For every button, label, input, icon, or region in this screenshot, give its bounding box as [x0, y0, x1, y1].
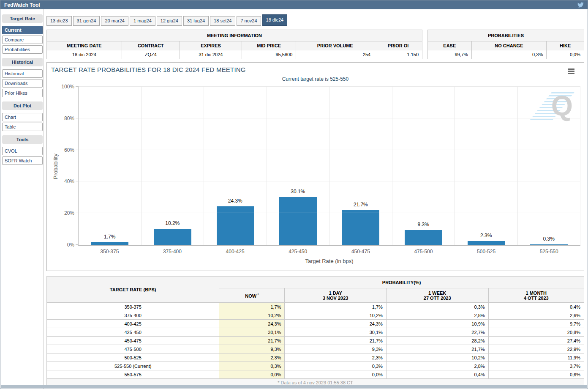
- month-probability-cell: 3,7%: [488, 362, 584, 370]
- sidebar-item-compare[interactable]: Compare: [2, 36, 43, 44]
- week-probability-cell: 10,2%: [386, 353, 488, 362]
- week-probability-cell: 0,4%: [386, 370, 488, 379]
- tab-12-giu24[interactable]: 12 giu24: [157, 16, 182, 26]
- tab-31-gen24[interactable]: 31 gen24: [73, 16, 100, 26]
- probability-group-header: PROBABILITY(%): [219, 277, 584, 288]
- sidebar-item-sofr-watch[interactable]: SOFR Watch: [2, 156, 43, 165]
- meeting-info-column-header-expires: EXPIRES: [180, 41, 242, 50]
- bottom-bar: [1, 385, 587, 388]
- rate-cell: 550-575: [47, 370, 219, 379]
- content-area: Target RateCurrentCompareProbabilitiesHi…: [0, 9, 588, 389]
- y-tick-mark: [76, 181, 79, 181]
- meeting-info-value-expires: 31 dic 2024: [180, 50, 242, 59]
- main-panel: 13 dic2331 gen2420 mar241 mag2412 giu243…: [44, 9, 588, 389]
- rate-cell: 500-525: [47, 353, 219, 362]
- week-probability-cell: 0,3%: [386, 303, 488, 311]
- y-tick-label: 40%: [64, 178, 74, 184]
- now-probability-cell: 9,3%: [219, 345, 285, 353]
- now-probability-cell: 21,7%: [219, 337, 285, 345]
- tab-18-dic24[interactable]: 18 dic24: [262, 14, 288, 26]
- now-probability-cell: 0,0%: [219, 370, 285, 379]
- now-probability-cell: 24,3%: [219, 320, 285, 328]
- tab-7-nov24[interactable]: 7 nov24: [237, 16, 261, 26]
- tab-13-dic23[interactable]: 13 dic23: [46, 16, 72, 26]
- y-tick-mark: [76, 150, 79, 150]
- now-probability-cell: 1,7%: [219, 303, 285, 311]
- x-tick-label-450-475: 450-475: [329, 249, 392, 255]
- y-tick-mark: [76, 213, 79, 213]
- info-row: MEETING INFORMATIONMEETING DATECONTRACTE…: [46, 30, 584, 59]
- now-probability-cell: 2,3%: [219, 353, 285, 362]
- twitter-icon[interactable]: [577, 2, 584, 8]
- month-probability-cell: 2,6%: [488, 311, 584, 320]
- tab-31-lug24[interactable]: 31 lug24: [183, 16, 209, 26]
- tab-1-mag24[interactable]: 1 mag24: [130, 16, 155, 26]
- column-header-line1: 1 WEEK: [387, 290, 488, 296]
- week-probability-cell: 2,8%: [386, 362, 488, 370]
- bar-350-375: [91, 242, 129, 245]
- chart-column-425-450: 30.1%: [267, 87, 330, 245]
- rate-column-header: TARGET RATE (BPS): [47, 277, 219, 303]
- column-header-line2: 4 OTT 2023: [489, 296, 584, 301]
- sidebar-item-prior-hikes[interactable]: Prior Hikes: [2, 89, 43, 97]
- now-probability-cell: 10,2%: [219, 311, 285, 320]
- bar-525-550: [530, 244, 568, 245]
- y-tick-mark: [76, 244, 79, 245]
- day-probability-cell: 0,3%: [285, 362, 386, 370]
- y-gridline: [79, 86, 580, 87]
- y-tick-mark: [76, 118, 79, 118]
- table-row-550-575: 550-5750,0%0,0%0,4%0,6%: [47, 370, 584, 379]
- meeting-info-caption: MEETING INFORMATION: [47, 30, 422, 41]
- table-row-375-400: 375-40010,2%10,2%2,8%2,6%: [47, 311, 584, 320]
- sidebar-item-downloads[interactable]: Downloads: [2, 79, 43, 88]
- y-tick-label: 60%: [64, 147, 74, 153]
- day-probability-cell: 9,3%: [285, 345, 386, 353]
- meeting-info-value-prior-oi: 1.150: [374, 50, 422, 59]
- chart-menu-icon[interactable]: [568, 68, 574, 75]
- probabilities-column-header-ease: EASE: [428, 41, 472, 50]
- now-probability-cell: 30,1%: [219, 328, 285, 337]
- probabilities-value-ease: 99,7%: [428, 50, 472, 59]
- rate-cell: 350-375: [47, 303, 219, 311]
- week-probability-cell: 22,7%: [386, 328, 488, 337]
- x-tick-label-375-400: 375-400: [141, 249, 204, 255]
- sidebar-item-current[interactable]: Current: [2, 26, 43, 34]
- month-probability-cell: 9,7%: [488, 320, 584, 328]
- probabilities-value-hike: 0,0%: [547, 50, 584, 59]
- fedwatch-tool-window: FedWatch Tool Target RateCurrentCompareP…: [0, 0, 588, 389]
- meeting-information-panel: MEETING INFORMATIONMEETING DATECONTRACTE…: [46, 30, 422, 59]
- day-probability-cell: 24,3%: [285, 320, 386, 328]
- plot-area: 1.7%10.2%24.3%30.1%21.7%9.3%2.3%0.3% 0%2…: [78, 87, 580, 246]
- chart-column-475-500: 9.3%: [392, 87, 455, 245]
- month-probability-cell: 20,8%: [488, 328, 584, 337]
- sidebar-item-cvol[interactable]: CVOL: [2, 147, 43, 155]
- sidebar-item-historical[interactable]: Historical: [2, 69, 43, 78]
- column-header-1-day: 1 DAY3 NOV 2023: [285, 288, 386, 303]
- x-tick-label-500-525: 500-525: [455, 249, 518, 255]
- y-gridline: [79, 213, 580, 213]
- meeting-date-tabs: 13 dic2331 gen2420 mar241 mag2412 giu243…: [46, 14, 584, 26]
- table-row-400-425: 400-42524,3%24,3%10,9%9,7%: [47, 320, 584, 328]
- month-probability-cell: 0,6%: [488, 370, 584, 379]
- y-tick-label: 100%: [61, 84, 74, 90]
- meeting-info-value-prior-volume: 254: [296, 50, 374, 59]
- meeting-info-column-header-mid-price: MID PRICE: [242, 41, 296, 50]
- tab-18-set24[interactable]: 18 set24: [210, 16, 235, 26]
- bar-400-425: [217, 206, 254, 245]
- table-row-475-500: 475-5009,3%9,3%21,7%22,9%: [47, 345, 584, 353]
- sidebar-item-probabilities[interactable]: Probabilities: [2, 45, 43, 54]
- y-tick-mark: [76, 86, 79, 87]
- table-row-425-450: 425-45030,1%30,1%22,7%20,8%: [47, 328, 584, 337]
- bar-450-475: [342, 210, 380, 245]
- chart-column-525-550: 0.3%: [518, 87, 581, 245]
- day-probability-cell: 0,0%: [285, 370, 386, 379]
- sidebar-item-chart[interactable]: Chart: [2, 113, 43, 121]
- bar-value-label: 0.3%: [502, 236, 588, 242]
- column-header-line2: 3 NOV 2023: [285, 296, 386, 301]
- probabilities-summary-table: PROBABILITIESEASENO CHANGEHIKE99,7%0,3%0…: [427, 30, 584, 59]
- sidebar: Target RateCurrentCompareProbabilitiesHi…: [2, 14, 43, 166]
- y-gridline: [79, 181, 580, 181]
- column-header-line1: 1 DAY: [285, 290, 386, 296]
- tab-20-mar24[interactable]: 20 mar24: [101, 16, 128, 26]
- sidebar-item-table[interactable]: Table: [2, 123, 43, 131]
